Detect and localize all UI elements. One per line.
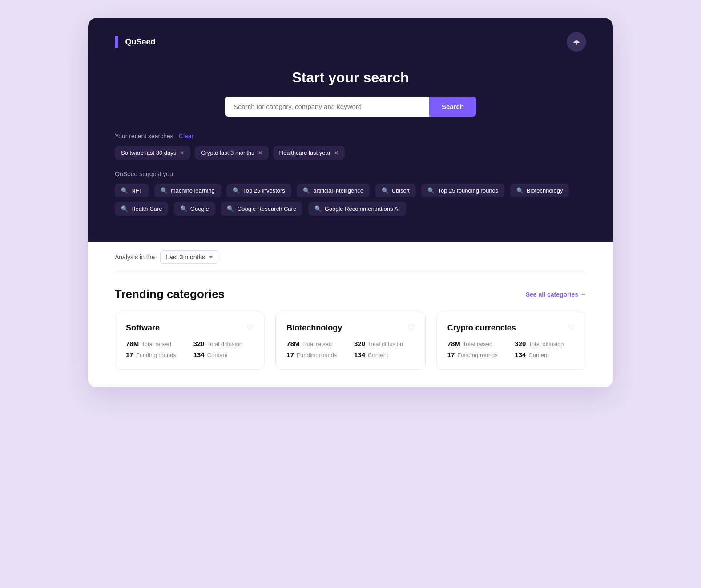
suggestion-chip[interactable]: 🔍 Google Recommendations AI xyxy=(308,202,406,216)
stat-label: Content xyxy=(528,352,549,358)
stat-value: 134 xyxy=(354,351,365,358)
suggestions-label: QuSeed suggest you xyxy=(115,170,586,177)
suggestion-chip[interactable]: 🔍 machine learning xyxy=(154,184,221,197)
card-header: Crypto currencies ♡ xyxy=(447,323,575,333)
stat-total-diffusion: 320 Total diffusion xyxy=(193,340,254,347)
search-input[interactable] xyxy=(225,97,429,117)
main-card: ▌ QuSeed Start your search xyxy=(88,18,613,387)
category-card-software: Software ♡ 78M Total raised 320 Total di… xyxy=(115,312,265,370)
suggestion-chip[interactable]: 🔍 Ubisoft xyxy=(375,184,416,197)
stat-label: Total raised xyxy=(302,341,332,347)
recent-tag-text: Crypto last 3 months xyxy=(201,149,254,156)
chip-label: Ubisoft xyxy=(392,187,410,194)
recent-tags-row: Software last 30 days ✕ Crypto last 3 mo… xyxy=(115,146,586,160)
stat-total-diffusion: 320 Total diffusion xyxy=(515,340,575,347)
avatar[interactable] xyxy=(567,32,586,52)
category-cards: Software ♡ 78M Total raised 320 Total di… xyxy=(115,312,586,370)
navbar: ▌ QuSeed xyxy=(115,32,586,52)
heart-icon[interactable]: ♡ xyxy=(246,323,254,333)
analysis-label: Analysis in the xyxy=(115,254,155,261)
search-section: Start your search Search xyxy=(115,69,586,117)
card-header: Biotechnology ♡ xyxy=(286,323,414,333)
search-icon: 🔍 xyxy=(427,187,435,194)
recent-tag[interactable]: Healthcare last year ✕ xyxy=(273,146,345,160)
stat-content: 134 Content xyxy=(354,351,415,358)
heart-icon[interactable]: ♡ xyxy=(568,323,575,333)
dark-section: ▌ QuSeed Start your search xyxy=(88,18,613,242)
suggestions-chips: 🔍 NFT 🔍 machine learning 🔍 Top 25 invest… xyxy=(115,184,586,220)
stat-label: Total diffusion xyxy=(207,341,242,347)
see-all-link[interactable]: See all categories → xyxy=(526,291,586,298)
stat-label: Content xyxy=(207,352,228,358)
chip-label: Top 25 founding rounds xyxy=(438,187,498,194)
card-header: Software ♡ xyxy=(126,323,254,333)
recent-tag[interactable]: Software last 30 days ✕ xyxy=(115,146,190,160)
trending-section: Trending categories See all categories →… xyxy=(115,287,586,370)
suggestion-chip[interactable]: 🔍 Google xyxy=(174,202,215,216)
card-stats: 78M Total raised 320 Total diffusion 17 … xyxy=(126,340,254,358)
recent-label-row: Your recent searches Clear xyxy=(115,133,586,140)
arrow-icon: → xyxy=(580,291,586,298)
chip-label: Google Recommendations AI xyxy=(325,205,400,212)
chip-label: Google xyxy=(190,205,209,212)
search-icon: 🔍 xyxy=(161,187,168,194)
card-title: Crypto currencies xyxy=(447,323,516,333)
stat-total-diffusion: 320 Total diffusion xyxy=(354,340,415,347)
recent-searches-label: Your recent searches xyxy=(115,133,173,140)
search-icon: 🔍 xyxy=(314,205,322,212)
card-title: Biotechnology xyxy=(286,323,342,333)
recent-tag-close[interactable]: ✕ xyxy=(334,150,338,156)
stat-value: 320 xyxy=(354,340,365,347)
stat-value: 134 xyxy=(193,351,205,358)
recent-tag[interactable]: Crypto last 3 months ✕ xyxy=(195,146,268,160)
stat-value: 17 xyxy=(286,351,294,358)
search-icon: 🔍 xyxy=(121,187,128,194)
suggestion-chip[interactable]: 🔍 Biotechnology xyxy=(510,184,569,197)
stat-label: Total diffusion xyxy=(368,341,403,347)
analysis-bar: Analysis in the Last 3 months Last 6 mon… xyxy=(115,242,586,273)
trending-title: Trending categories xyxy=(115,287,225,301)
stat-label: Total diffusion xyxy=(528,341,564,347)
stat-value: 17 xyxy=(126,351,133,358)
recent-tag-close[interactable]: ✕ xyxy=(180,150,184,156)
stat-label: Total raised xyxy=(463,341,492,347)
suggestion-chip[interactable]: 🔍 Top 25 investors xyxy=(226,184,291,197)
suggestion-chip[interactable]: 🔍 NFT xyxy=(115,184,149,197)
stat-label: Content xyxy=(368,352,388,358)
search-icon: 🔍 xyxy=(121,205,128,212)
heart-icon[interactable]: ♡ xyxy=(407,323,415,333)
period-select[interactable]: Last 3 months Last 6 months Last year La… xyxy=(160,250,218,264)
stat-value: 78M xyxy=(286,340,299,347)
search-icon: 🔍 xyxy=(516,187,524,194)
card-title: Software xyxy=(126,323,160,333)
suggestion-chip[interactable]: 🔍 Top 25 founding rounds xyxy=(421,184,504,197)
chip-label: Biotechnology xyxy=(527,187,563,194)
chip-label: Health Care xyxy=(131,205,162,212)
stat-label: Total raised xyxy=(141,341,171,347)
svg-rect-2 xyxy=(576,43,577,45)
search-bar: Search xyxy=(115,97,586,117)
page-wrapper: ▌ QuSeed Start your search xyxy=(88,18,613,387)
logo: ▌ QuSeed xyxy=(115,37,156,47)
search-icon: 🔍 xyxy=(227,205,234,212)
chip-label: artificial intelligence xyxy=(313,187,363,194)
suggestion-chip[interactable]: 🔍 Google Research Care xyxy=(221,202,302,216)
stat-total-raised: 78M Total raised xyxy=(286,340,347,347)
stat-label: Funding rounds xyxy=(457,352,497,358)
stat-value: 78M xyxy=(126,340,139,347)
search-button[interactable]: Search xyxy=(429,97,476,117)
stat-funding-rounds: 17 Funding rounds xyxy=(286,351,347,358)
recent-tag-text: Healthcare last year xyxy=(279,149,331,156)
clear-button[interactable]: Clear xyxy=(179,133,193,140)
card-stats: 78M Total raised 320 Total diffusion 17 … xyxy=(447,340,575,358)
category-card-crypto: Crypto currencies ♡ 78M Total raised 320… xyxy=(436,312,586,370)
suggestion-chip[interactable]: 🔍 Health Care xyxy=(115,202,168,216)
recent-tag-close[interactable]: ✕ xyxy=(258,150,262,156)
stat-total-raised: 78M Total raised xyxy=(126,340,186,347)
stat-funding-rounds: 17 Funding rounds xyxy=(447,351,508,358)
stat-value: 320 xyxy=(193,340,205,347)
search-icon: 🔍 xyxy=(180,205,187,212)
suggestion-chip[interactable]: 🔍 artificial intelligence xyxy=(297,184,370,197)
chip-label: Top 25 investors xyxy=(243,187,285,194)
stat-label: Funding rounds xyxy=(136,352,176,358)
